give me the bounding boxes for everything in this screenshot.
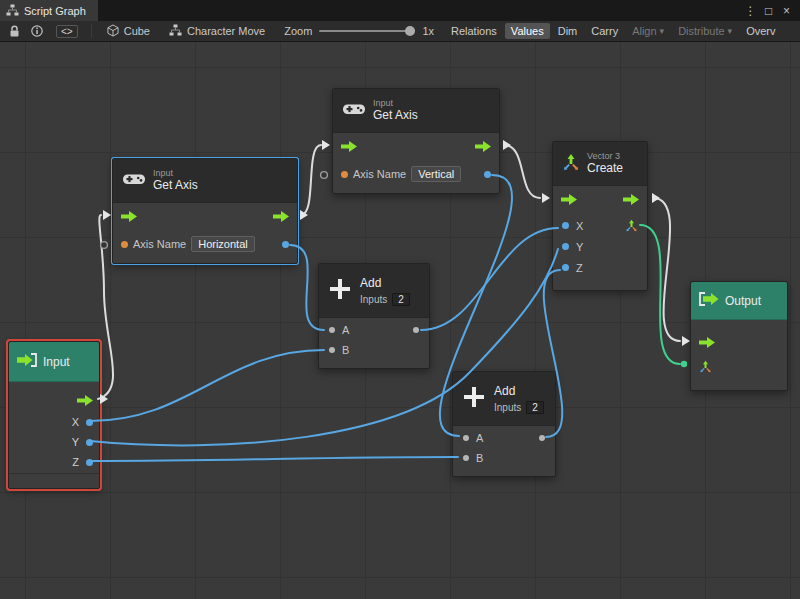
- axis-name-field[interactable]: Vertical: [411, 166, 461, 182]
- node-header: Vector 3 Create: [553, 142, 647, 186]
- flow-out-port[interactable]: [273, 211, 289, 222]
- input-a-port[interactable]: [463, 435, 469, 441]
- inputs-count-field[interactable]: 2: [392, 293, 410, 306]
- node-title: Input: [43, 355, 70, 369]
- y-in-port[interactable]: [562, 243, 569, 250]
- x-in-port[interactable]: [562, 222, 569, 229]
- graph-ref-cube[interactable]: Cube: [99, 24, 158, 39]
- align-button[interactable]: Align ▾: [626, 23, 670, 39]
- gamepad-icon: [122, 171, 146, 191]
- node-title: Output: [725, 294, 761, 308]
- value-out-port[interactable]: [484, 171, 491, 178]
- x-out-port[interactable]: [86, 419, 93, 426]
- flow-out-port[interactable]: [623, 194, 639, 205]
- node-vector3-create[interactable]: Vector 3 Create X Y: [552, 141, 648, 291]
- zoom-slider[interactable]: [319, 30, 415, 32]
- empty-port[interactable]: [321, 172, 328, 179]
- lock-icon[interactable]: [4, 23, 24, 40]
- zoom-control: Zoom 1x: [284, 25, 434, 37]
- plus-icon: [329, 278, 351, 304]
- flow-in-port[interactable]: [699, 337, 715, 348]
- input-b-port[interactable]: [463, 455, 469, 461]
- axis-name-port[interactable]: [341, 171, 348, 178]
- node-output-event[interactable]: Output: [690, 281, 788, 391]
- axis-name-field[interactable]: Horizontal: [191, 236, 255, 252]
- tab-script-graph[interactable]: Script Graph: [0, 0, 98, 21]
- node-header: Input Get Axis: [333, 89, 499, 133]
- param-label: Axis Name: [133, 238, 186, 250]
- sum-out-port[interactable]: [413, 327, 419, 333]
- flow-in-port[interactable]: [341, 141, 357, 152]
- maximize-icon[interactable]: □: [760, 1, 777, 21]
- graph-ref-label: Character Move: [187, 25, 265, 37]
- wire-input-z-to-add2-b: [90, 457, 458, 461]
- port-row-a: A: [453, 428, 555, 448]
- value-out-port[interactable]: [282, 241, 289, 248]
- output-value-endpoint: [681, 361, 687, 367]
- node-title: Create: [587, 162, 623, 176]
- node-get-axis-horizontal[interactable]: Input Get Axis Axis Name Horizontal: [112, 158, 298, 264]
- relations-button[interactable]: Relations: [445, 23, 503, 39]
- align-label: Align: [632, 25, 656, 37]
- port-label: Y: [72, 436, 79, 448]
- z-out-port[interactable]: [86, 459, 93, 466]
- input-a-port[interactable]: [329, 327, 335, 333]
- output-event-icon: [699, 292, 719, 309]
- close-icon[interactable]: ×: [778, 1, 795, 21]
- distribute-button[interactable]: Distribute ▾: [672, 23, 738, 39]
- port-label: A: [476, 432, 483, 444]
- axis-name-port[interactable]: [121, 241, 128, 248]
- flow-row: [113, 203, 297, 229]
- script-graph-icon: [169, 24, 182, 38]
- flow-in-port[interactable]: [121, 211, 137, 222]
- z-in-port[interactable]: [562, 264, 569, 271]
- port-row-x: X: [9, 412, 99, 432]
- node-title: Get Axis: [153, 179, 198, 193]
- empty-port[interactable]: [101, 242, 108, 249]
- zoom-slider-handle[interactable]: [405, 26, 415, 36]
- sum-out-port[interactable]: [539, 435, 545, 441]
- toolbar-toggle-buttons: Relations Values Dim Carry Align ▾ Distr…: [445, 23, 781, 39]
- node-add-1[interactable]: Add Inputs 2 A B: [318, 263, 430, 369]
- flow-in-port[interactable]: [561, 194, 577, 205]
- vector3-out-port[interactable]: [625, 219, 638, 232]
- node-add-2[interactable]: Add Inputs 2 A B: [452, 371, 556, 477]
- zoom-label: Zoom: [284, 25, 312, 37]
- graph-ref-character-move[interactable]: Character Move: [161, 24, 273, 38]
- carry-button[interactable]: Carry: [585, 23, 624, 39]
- node-header: Input: [9, 342, 99, 382]
- input-b-port[interactable]: [329, 347, 335, 353]
- port-label: Z: [72, 456, 79, 468]
- axis-name-row: Axis Name Horizontal: [113, 229, 297, 263]
- value-row: [691, 354, 787, 378]
- node-get-axis-vertical[interactable]: Input Get Axis Axis Name Vertical: [332, 88, 500, 194]
- node-title: Add: [494, 384, 544, 398]
- wire-flow-vertical-to-vector3: [504, 145, 540, 198]
- node-title: Get Axis: [373, 109, 418, 123]
- port-label: B: [476, 452, 483, 464]
- flow-arrowhead: [103, 210, 111, 220]
- node-header: Input Get Axis: [113, 159, 297, 203]
- chevron-down-icon: ▾: [660, 26, 665, 36]
- overview-button[interactable]: Overv: [740, 23, 781, 39]
- port-row-b: B: [319, 340, 429, 360]
- values-button[interactable]: Values: [505, 23, 550, 39]
- dim-button[interactable]: Dim: [552, 23, 584, 39]
- port-row-a: A: [319, 320, 429, 340]
- y-out-port[interactable]: [86, 439, 93, 446]
- node-title: Add: [360, 276, 410, 290]
- port-label: B: [342, 344, 349, 356]
- info-icon[interactable]: [27, 23, 47, 40]
- kebab-menu-icon[interactable]: ⋮: [742, 1, 759, 21]
- code-preview-toggle[interactable]: <>: [56, 25, 78, 38]
- inputs-count-field[interactable]: 2: [526, 401, 544, 414]
- graph-canvas[interactable]: Input X Y Z: [0, 42, 800, 599]
- chevron-down-icon: ▾: [728, 26, 733, 36]
- port-row-y: Y: [553, 236, 647, 257]
- node-input-event[interactable]: Input X Y Z: [8, 341, 100, 489]
- flow-out-port[interactable]: [475, 141, 491, 152]
- flow-arrowhead: [503, 140, 511, 150]
- port-row-x: X: [553, 215, 647, 236]
- flow-out-port[interactable]: [77, 395, 93, 406]
- value-in-port[interactable]: [699, 360, 712, 373]
